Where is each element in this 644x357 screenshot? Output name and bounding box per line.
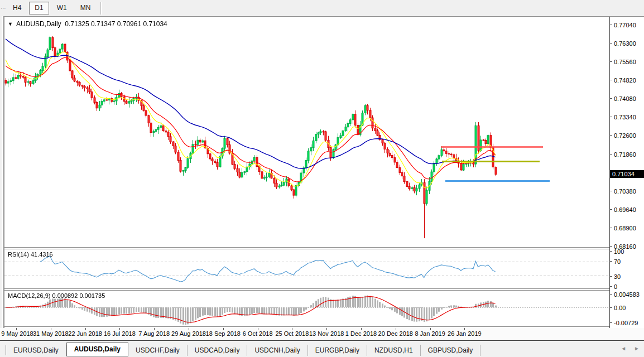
date-axis-label: 22 Jun 2018 (68, 330, 102, 337)
macd-axis-label: -0.00729 (614, 320, 638, 326)
chart-tab-bar: EURUSD,DailyAUDUSD,DailyUSDCHF,DailyUSDC… (0, 340, 644, 357)
axis-tick (610, 61, 612, 62)
timeframe-buttons: H4D1W1MN (6, 2, 97, 15)
rsi-axis-label: 70 (614, 258, 621, 265)
chart-ohlc-values: 0.71325 0.71347 0.70961 0.71034 (65, 20, 167, 28)
tab-usdchf[interactable]: USDCHF,Daily (128, 345, 188, 356)
date-axis-label: 31 May 2018 (33, 330, 69, 337)
date-axis-label: 25 Oct 2018 (275, 330, 309, 337)
axis-tick (610, 191, 612, 191)
tab-eurusd[interactable]: EURUSD,Daily (6, 345, 66, 356)
tabs-scroll-right-icon[interactable]: ► (634, 345, 640, 351)
rsi-label: RSI(14) 41.4316 (8, 251, 53, 258)
date-axis-label: 29 Aug 2018 (171, 330, 206, 337)
price-axis-label: 0.71860 (614, 151, 636, 158)
date-axis-label: 9 May 2018 (1, 330, 33, 337)
axis-tick (610, 228, 612, 228)
price-axis-label: 0.77040 (614, 22, 636, 28)
macd-axis-label: 0.00 (614, 305, 626, 311)
tab-strip-edge (0, 345, 6, 355)
timeframe-button-w1[interactable]: W1 (51, 2, 73, 15)
date-axis-label: 6 Oct 2018 (243, 330, 273, 337)
date-axis-label: 13 Nov 2018 (309, 330, 344, 337)
price-axis-label: 0.68900 (614, 225, 636, 231)
price-chart-canvas[interactable] (4, 17, 609, 247)
price-axis-label: 0.73340 (614, 114, 636, 120)
tab-nzdusd[interactable]: NZDUSD,H1 (367, 345, 421, 356)
tab-gbpusd[interactable]: GBPUSD,Daily (421, 345, 481, 356)
chevron-down-icon[interactable]: ▼ (8, 21, 13, 27)
axis-tick (610, 307, 612, 308)
axis-tick (610, 154, 612, 155)
price-axis-label: 0.72600 (614, 132, 636, 139)
chart-symbol: AUDUSD,Daily (16, 20, 61, 28)
mt4-window: ⋯ H4D1W1MN 0.770400.763000.755600.748200… (0, 0, 644, 357)
date-axis-label: 18 Sep 2018 (206, 330, 241, 337)
rsi-axis-label: 30 (614, 273, 621, 280)
date-axis[interactable]: 9 May 201831 May 201822 Jun 201816 Jul 2… (0, 328, 644, 340)
timeframe-toolbar: ⋯ H4D1W1MN (0, 0, 644, 17)
axis-tick (610, 251, 612, 252)
timeframe-button-h4[interactable]: H4 (7, 2, 27, 15)
date-axis-label: 1 Dec 2018 (345, 330, 377, 337)
rsi-axis-label: 100 (614, 248, 624, 255)
tab-eurgbp[interactable]: EURGBP,Daily (308, 345, 367, 356)
chart-left-frame (0, 16, 4, 340)
macd-axis-label: 0.004583 (614, 291, 640, 298)
axis-tick (610, 286, 612, 287)
timeframe-button-mn[interactable]: MN (75, 2, 97, 15)
price-axis-label: 0.69640 (614, 206, 636, 213)
axis-tick (610, 25, 612, 25)
price-axis-label: 0.76300 (614, 40, 636, 47)
rsi-indicator-canvas[interactable] (4, 249, 609, 288)
price-axis-label: 0.75560 (614, 59, 636, 65)
current-price-tag: 0.71034 (610, 170, 644, 178)
tab-usdcad[interactable]: USDCAD,Daily (188, 345, 248, 356)
toolbar-overflow-icon: ⋯ (1, 3, 6, 14)
tab-audusd[interactable]: AUDUSD,Daily (66, 342, 128, 356)
chart-tabs: EURUSD,DailyAUDUSD,DailyUSDCHF,DailyUSDC… (6, 342, 480, 357)
axis-tick (610, 276, 612, 277)
date-axis-label: 8 Jan 2019 (415, 330, 445, 337)
axis-tick (610, 261, 612, 262)
date-axis-label: 16 Jul 2018 (104, 330, 136, 337)
axis-tick (610, 135, 612, 136)
price-axis-label: 0.74820 (614, 77, 636, 84)
date-axis-label: 26 Jan 2019 (448, 330, 482, 337)
axis-tick (610, 43, 612, 44)
axis-tick (610, 246, 612, 247)
price-axis-label: 0.74080 (614, 95, 636, 102)
axis-tick (610, 98, 612, 99)
axis-tick (610, 80, 612, 80)
axis-tick (610, 209, 612, 210)
toolbar-separator (100, 2, 101, 15)
axis-tick (610, 294, 612, 295)
timeframe-button-d1[interactable]: D1 (29, 2, 49, 15)
axis-tick (610, 322, 612, 323)
tabs-scroll-left-icon[interactable]: ◄ (621, 345, 626, 351)
price-axis-label: 0.70380 (614, 188, 636, 195)
macd-label: MACD(12,26,9) 0.000892 0.001735 (8, 292, 105, 299)
tab-usdcnh[interactable]: USDCNH,Daily (247, 345, 307, 356)
pane-separator[interactable] (4, 247, 644, 249)
date-axis-label: 20 Dec 2018 (378, 330, 413, 337)
rsi-axis-label: 0 (614, 283, 617, 290)
pane-separator[interactable] (4, 288, 644, 291)
chart-title: ▼AUDUSD,Daily 0.71325 0.71347 0.70961 0.… (8, 20, 167, 28)
date-axis-label: 7 Aug 2018 (138, 330, 170, 337)
axis-tick (610, 117, 612, 117)
